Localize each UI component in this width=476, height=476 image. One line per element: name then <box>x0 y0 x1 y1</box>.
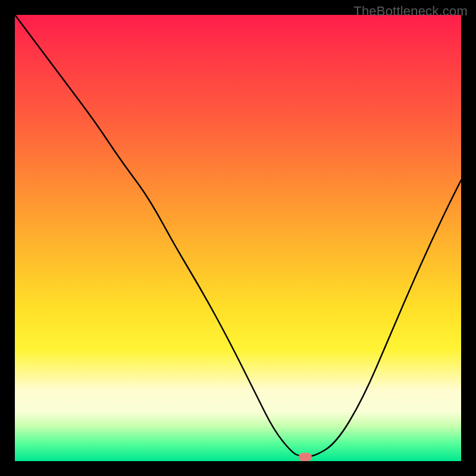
curve-layer <box>15 15 461 461</box>
chart-frame: TheBottleneck.com <box>0 0 476 476</box>
watermark-text: TheBottleneck.com <box>353 4 468 19</box>
bottleneck-curve <box>15 15 461 457</box>
plot-area <box>15 15 461 461</box>
optimal-point-marker <box>299 453 312 461</box>
